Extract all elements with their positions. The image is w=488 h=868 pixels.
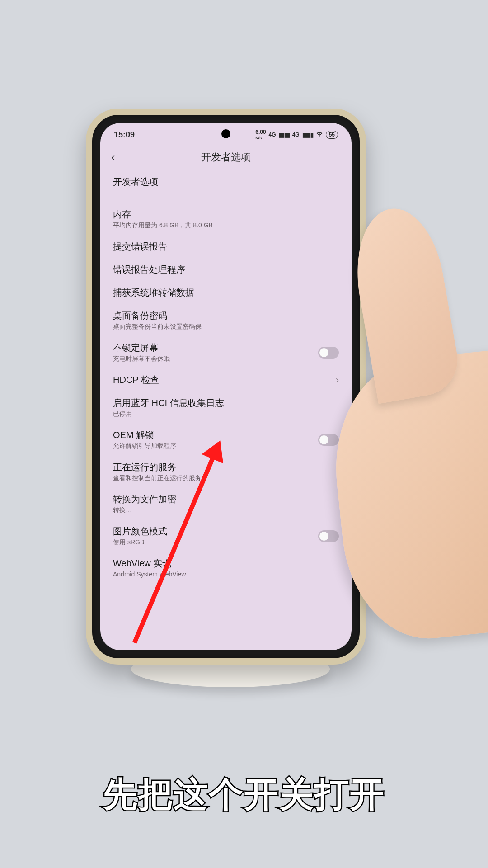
row-heap-dump[interactable]: 捕获系统堆转储数据 <box>113 281 339 304</box>
row-title: 启用蓝牙 HCI 信息收集日志 <box>113 397 339 409</box>
row-title: 捕获系统堆转储数据 <box>113 287 339 299</box>
signal-icon-1: ▮▮▮▮ <box>279 132 290 138</box>
row-subtitle: 充电时屏幕不会休眠 <box>113 355 318 363</box>
row-title: 错误报告处理程序 <box>113 264 339 276</box>
row-subtitle: 允许解锁引导加载程序 <box>113 442 318 450</box>
row-subtitle: 查看和控制当前正在运行的服务 <box>113 474 339 482</box>
row-title: HDCP 检查 <box>113 374 336 386</box>
status-right: 6.00 K/s 4G ▮▮▮▮ 4G ▮▮▮▮ 55 <box>255 129 338 140</box>
row-subtitle: 使用 sRGB <box>113 538 318 547</box>
status-speed: 6.00 <box>255 129 266 135</box>
row-webview[interactable]: WebView 实现 Android System WebView <box>113 552 339 580</box>
phone-frame: 15:09 6.00 K/s 4G ▮▮▮▮ 4G ▮▮▮▮ 55 ‹ 开发者选… <box>86 108 366 665</box>
developer-options-master-toggle[interactable]: 开发者选项 <box>113 169 339 195</box>
stay-awake-toggle[interactable] <box>318 347 339 359</box>
row-hdcp[interactable]: HDCP 检查 › <box>113 368 339 392</box>
status-speed-unit: K/s <box>255 136 262 140</box>
row-running-services[interactable]: 正在运行的服务 查看和控制当前正在运行的服务 <box>113 456 339 488</box>
row-title: 开发者选项 <box>113 176 339 188</box>
row-subtitle: 桌面完整备份当前未设置密码保 <box>113 323 339 331</box>
row-title: 图片颜色模式 <box>113 525 318 538</box>
row-title: 内存 <box>113 208 339 221</box>
row-bluetooth-hci[interactable]: 启用蓝牙 HCI 信息收集日志 已停用 <box>113 392 339 424</box>
row-backup-password[interactable]: 桌面备份密码 桌面完整备份当前未设置密码保 <box>113 304 339 336</box>
row-color-mode[interactable]: 图片颜色模式 使用 sRGB <box>113 520 339 552</box>
row-title: 正在运行的服务 <box>113 461 339 473</box>
camera-hole <box>221 129 230 138</box>
row-title: 桌面备份密码 <box>113 310 339 322</box>
page-title: 开发者选项 <box>125 151 327 164</box>
row-oem-unlock[interactable]: OEM 解锁 允许解锁引导加载程序 <box>113 424 339 456</box>
row-subtitle: 转换… <box>113 506 339 514</box>
row-title: 提交错误报告 <box>113 241 339 253</box>
color-mode-toggle[interactable] <box>318 530 339 542</box>
row-subtitle: 已停用 <box>113 410 339 418</box>
row-title: 转换为文件加密 <box>113 493 339 505</box>
battery-indicator: 55 <box>326 131 338 139</box>
settings-list[interactable]: 开发者选项 内存 平均内存用量为 6.8 GB，共 8.0 GB 提交错误报告 … <box>100 169 352 580</box>
signal-icon-2: ▮▮▮▮ <box>302 132 313 138</box>
row-title: 不锁定屏幕 <box>113 342 318 354</box>
screen: 15:09 6.00 K/s 4G ▮▮▮▮ 4G ▮▮▮▮ 55 ‹ 开发者选… <box>100 123 352 650</box>
status-net1: 4G <box>269 132 276 138</box>
row-subtitle: 平均内存用量为 6.8 GB，共 8.0 GB <box>113 222 339 230</box>
back-button[interactable]: ‹ <box>111 150 125 164</box>
row-memory[interactable]: 内存 平均内存用量为 6.8 GB，共 8.0 GB <box>113 203 339 235</box>
row-bug-handler[interactable]: 错误报告处理程序 <box>113 258 339 281</box>
row-title: WebView 实现 <box>113 557 339 570</box>
row-title: OEM 解锁 <box>113 429 318 441</box>
status-net2: 4G <box>292 132 300 138</box>
wifi-icon <box>316 132 323 138</box>
fade-overlay <box>100 637 352 650</box>
row-stay-awake[interactable]: 不锁定屏幕 充电时屏幕不会休眠 <box>113 336 339 368</box>
page-header: ‹ 开发者选项 <box>100 142 352 169</box>
status-time: 15:09 <box>114 130 135 140</box>
row-file-encryption[interactable]: 转换为文件加密 转换… <box>113 488 339 520</box>
divider <box>113 198 339 198</box>
chevron-right-icon: › <box>336 374 339 386</box>
row-bug-report[interactable]: 提交错误报告 <box>113 235 339 258</box>
row-subtitle: Android System WebView <box>113 571 339 578</box>
caption-text: 先把这个开关打开 <box>0 772 488 818</box>
oem-unlock-toggle[interactable] <box>318 434 339 446</box>
